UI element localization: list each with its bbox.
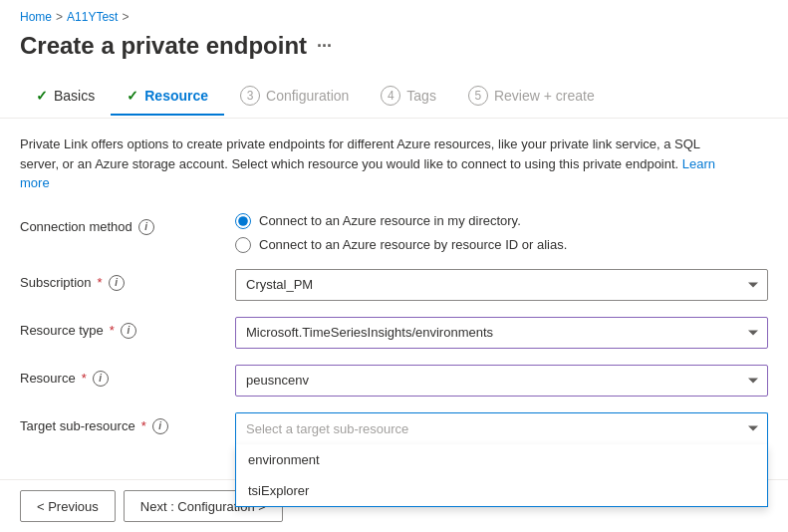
tab-resource-label: Resource <box>144 88 208 104</box>
dropdown-item-environment[interactable]: environment <box>236 444 767 475</box>
breadcrumb-sep2: > <box>122 10 129 24</box>
resource-type-row: Resource type * i Microsoft.TimeSeriesIn… <box>20 317 768 349</box>
radio-directory-input[interactable] <box>235 213 251 229</box>
wizard-tabs: ✓ Basics ✓ Resource 3 Configuration 4 Ta… <box>0 76 788 119</box>
resource-type-label-text: Resource type <box>20 323 104 338</box>
radio-directory-label: Connect to an Azure resource in my direc… <box>259 213 521 228</box>
target-sub-resource-select-wrapper: Select a target sub-resource <box>235 412 768 444</box>
resource-label: Resource * i <box>20 365 219 387</box>
resource-select[interactable]: peusncenv <box>235 365 768 397</box>
resource-control: peusncenv <box>235 365 768 397</box>
page-title: Create a private endpoint <box>20 32 307 60</box>
tab-basics[interactable]: ✓ Basics <box>20 78 111 116</box>
resource-info-icon[interactable]: i <box>93 371 109 387</box>
tab-tags-label: Tags <box>406 88 436 104</box>
tags-number: 4 <box>381 86 400 106</box>
resource-type-info-icon[interactable]: i <box>121 323 136 339</box>
subscription-required: * <box>98 275 103 290</box>
target-sub-resource-row: Target sub-resource * i Select a target … <box>20 412 768 444</box>
radio-resourceid-input[interactable] <box>235 237 251 253</box>
connection-method-row: Connection method i Connect to an Azure … <box>20 213 768 253</box>
resource-required: * <box>82 371 87 386</box>
radio-resourceid-label: Connect to an Azure resource by resource… <box>259 237 567 252</box>
connection-method-label: Connection method i <box>20 213 219 235</box>
dropdown-item-tsiexplorer[interactable]: tsiExplorer <box>236 475 767 506</box>
subscription-control: Crystal_PM <box>235 269 768 301</box>
basics-check-icon: ✓ <box>36 88 48 104</box>
tab-configuration[interactable]: 3 Configuration <box>224 76 365 118</box>
content-area: Private Link offers options to create pr… <box>0 119 788 460</box>
review-number: 5 <box>468 86 488 106</box>
resource-type-select-wrapper: Microsoft.TimeSeriesInsights/environment… <box>235 317 768 349</box>
target-sub-resource-label: Target sub-resource * i <box>20 412 219 434</box>
page-title-menu[interactable]: ··· <box>317 36 332 57</box>
resource-row: Resource * i peusncenv <box>20 365 768 397</box>
breadcrumb-a11ytest[interactable]: A11YTest <box>67 10 118 24</box>
resource-type-control: Microsoft.TimeSeriesInsights/environment… <box>235 317 768 349</box>
subscription-select-wrapper: Crystal_PM <box>235 269 768 301</box>
subscription-info-icon[interactable]: i <box>109 275 125 291</box>
tab-tags[interactable]: 4 Tags <box>365 76 452 118</box>
resource-type-required: * <box>110 323 115 338</box>
tab-resource[interactable]: ✓ Resource <box>111 78 224 116</box>
previous-button[interactable]: < Previous <box>20 490 116 522</box>
description-text: Private Link offers options to create pr… <box>20 134 737 193</box>
form-section: Connection method i Connect to an Azure … <box>20 213 768 444</box>
connection-method-info-icon[interactable]: i <box>138 219 154 235</box>
tab-review[interactable]: 5 Review + create <box>452 76 611 118</box>
connection-method-options: Connect to an Azure resource in my direc… <box>235 213 768 253</box>
connection-method-label-text: Connection method <box>20 219 132 234</box>
resource-type-label: Resource type * i <box>20 317 219 339</box>
tab-review-label: Review + create <box>494 88 595 104</box>
target-sub-resource-control: Select a target sub-resource environment… <box>235 412 768 444</box>
radio-directory-option[interactable]: Connect to an Azure resource in my direc… <box>235 213 768 229</box>
subscription-row: Subscription * i Crystal_PM <box>20 269 768 301</box>
breadcrumb-home[interactable]: Home <box>20 10 52 24</box>
target-sub-resource-required: * <box>141 418 146 433</box>
target-sub-resource-field[interactable]: Select a target sub-resource <box>235 412 768 444</box>
target-sub-resource-label-text: Target sub-resource <box>20 418 135 433</box>
description-body: Private Link offers options to create pr… <box>20 136 700 171</box>
subscription-label: Subscription * i <box>20 269 219 291</box>
breadcrumb-sep1: > <box>56 10 63 24</box>
breadcrumb: Home > A11YTest > <box>0 0 788 28</box>
target-sub-resource-dropdown: environment tsiExplorer <box>235 444 768 507</box>
target-sub-resource-placeholder: Select a target sub-resource <box>246 421 408 436</box>
resource-select-wrapper: peusncenv <box>235 365 768 397</box>
subscription-label-text: Subscription <box>20 275 92 290</box>
subscription-select[interactable]: Crystal_PM <box>235 269 768 301</box>
page-title-container: Create a private endpoint ··· <box>0 28 788 76</box>
tab-basics-label: Basics <box>54 88 95 104</box>
target-sub-resource-dropdown-wrapper: Select a target sub-resource environment… <box>235 412 768 444</box>
resource-check-icon: ✓ <box>127 88 138 104</box>
radio-resourceid-option[interactable]: Connect to an Azure resource by resource… <box>235 237 768 253</box>
resource-label-text: Resource <box>20 371 76 386</box>
target-sub-resource-info-icon[interactable]: i <box>152 418 168 434</box>
resource-type-select[interactable]: Microsoft.TimeSeriesInsights/environment… <box>235 317 768 349</box>
tab-configuration-label: Configuration <box>266 88 349 104</box>
configuration-number: 3 <box>240 86 260 106</box>
